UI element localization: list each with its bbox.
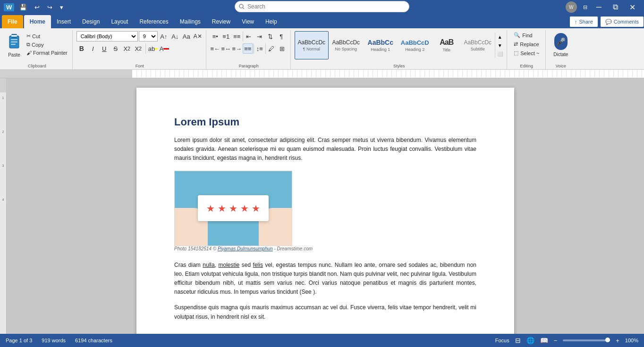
line-spacing-button[interactable]: ↕≡ — [254, 43, 265, 54]
subscript-button[interactable]: X2 — [122, 43, 132, 54]
decrease-font-button[interactable]: A↓ — [170, 31, 180, 41]
zoom-out-button[interactable]: − — [554, 337, 558, 344]
replace-button[interactable]: ⇄ Replace — [511, 40, 542, 48]
borders-button[interactable]: ⊞ — [277, 43, 288, 54]
voice-label: Voice — [547, 64, 575, 68]
paragraph-content: ≡• ≡1 ≡≡ ⇤ ⇥ ⇅ ¶ ≡← ≡↔ ≡→ ≡≡ ↕≡ 🖊 ⊞ — [210, 31, 288, 68]
save-button[interactable]: 💾 — [17, 3, 29, 12]
justify-button[interactable]: ≡≡ — [243, 43, 253, 54]
styles-expand-button[interactable]: ⬜ — [496, 50, 504, 58]
style-no-spacing[interactable]: AaBbCcDc No Spacing — [329, 31, 363, 59]
styles-group: AaBbCcDc ¶ Normal AaBbCcDc No Spacing Aa… — [292, 30, 507, 69]
web-layout-button[interactable]: 🌐 — [526, 337, 534, 344]
ribbon-display-button[interactable]: ⊟ — [581, 3, 590, 11]
profile-avatar[interactable]: W — [566, 1, 577, 13]
italic-button[interactable]: I — [88, 43, 98, 54]
underline-button[interactable]: U — [99, 43, 110, 54]
style-title-label: Title — [442, 48, 450, 52]
multilevel-list-button[interactable]: ≡≡ — [232, 31, 242, 41]
ruler-content-area — [0, 92, 6, 315]
styles-scroll-down-button[interactable]: ▼ — [496, 41, 504, 50]
ruler-mark-1: 1 — [0, 96, 6, 99]
align-left-button[interactable]: ≡← — [210, 43, 220, 54]
style-normal-preview: AaBbCcDc — [297, 39, 325, 46]
bold-button[interactable]: B — [76, 43, 87, 54]
svg-rect-5 — [11, 39, 17, 40]
tab-file[interactable]: File — [2, 15, 23, 28]
tab-home[interactable]: Home — [24, 15, 51, 28]
minimize-button[interactable]: ─ — [592, 0, 606, 14]
dictate-button[interactable]: 🎤 Dictate — [550, 31, 572, 66]
print-layout-button[interactable]: ⊟ — [515, 337, 521, 344]
decrease-indent-button[interactable]: ⇤ — [244, 31, 254, 41]
strikethrough-button[interactable]: S — [110, 43, 121, 54]
star-5: ★ — [252, 203, 260, 214]
doc-paragraph-1: Lorem ipsum dolor sit amet, consectetur … — [174, 136, 476, 163]
zoom-slider[interactable] — [563, 339, 610, 341]
replace-icon: ⇄ — [514, 41, 518, 47]
style-heading2[interactable]: AaBbCcD Heading 2 — [398, 31, 432, 59]
paste-icon — [7, 32, 22, 51]
comments-icon: 💬 — [605, 19, 612, 25]
page-info: Page 1 of 3 — [6, 338, 32, 343]
numbering-button[interactable]: ≡1 — [221, 31, 231, 41]
share-button[interactable]: ↑ Share — [569, 16, 598, 27]
status-right: Focus ⊟ 🌐 📖 − + 100% — [495, 337, 638, 344]
separator — [243, 31, 243, 41]
shading-button[interactable]: 🖊 — [266, 43, 277, 54]
cut-button[interactable]: ✂ Cut — [25, 32, 69, 40]
tab-help[interactable]: Help — [260, 15, 283, 28]
select-button[interactable]: ⬚ Select ~ — [511, 49, 542, 57]
bullets-button[interactable]: ≡• — [210, 31, 220, 41]
styles-scroll-up-button[interactable]: ▲ — [496, 33, 504, 41]
star-3: ★ — [229, 203, 237, 214]
zoom-in-button[interactable]: + — [616, 337, 619, 344]
style-subtitle[interactable]: AaBbCcDc Subtitle — [461, 31, 494, 59]
doc-image-container: ★ ★ ★ ★ ★ Photo 154182514 © Piyamas Dulm… — [174, 171, 476, 257]
style-heading1[interactable]: AaBbCc Heading 1 — [364, 31, 398, 59]
caption-link[interactable]: Piyamas Dulmunsumphun — [218, 246, 273, 251]
tab-references[interactable]: References — [134, 15, 174, 28]
paste-button[interactable]: Paste — [5, 31, 24, 58]
comments-button[interactable]: 💬 Comments — [600, 16, 644, 27]
sort-button[interactable]: ⇅ — [265, 31, 276, 41]
style-title[interactable]: AaB Title — [432, 31, 461, 59]
format-painter-button[interactable]: 🖌 Format Painter — [25, 49, 69, 57]
font-size-select[interactable]: 9 — [139, 31, 158, 41]
restore-button[interactable]: ⧉ — [608, 0, 623, 14]
tab-layout[interactable]: Layout — [105, 15, 134, 28]
font-color-button[interactable]: A — [159, 43, 169, 54]
change-case-button[interactable]: Aa — [181, 31, 192, 41]
text-highlight-button[interactable]: ab — [148, 43, 158, 54]
align-center-button[interactable]: ≡↔ — [221, 43, 231, 54]
clear-format-button[interactable]: A✕ — [193, 31, 203, 41]
increase-indent-button[interactable]: ⇥ — [254, 31, 265, 41]
style-normal[interactable]: AaBbCcDc ¶ Normal — [295, 31, 329, 59]
superscript-button[interactable]: X2 — [133, 43, 144, 54]
zoom-level: 100% — [625, 338, 638, 343]
styles-content: AaBbCcDc ¶ Normal AaBbCcDc No Spacing Aa… — [295, 31, 504, 66]
word-icon: W — [4, 3, 14, 11]
font-name-select[interactable]: Calibri (Body) — [76, 31, 138, 41]
style-heading2-preview: AaBbCcD — [401, 39, 429, 46]
undo-button[interactable]: ↩ — [32, 3, 42, 12]
redo-button[interactable]: ↪ — [45, 3, 55, 12]
tab-design[interactable]: Design — [76, 15, 105, 28]
style-no-spacing-label: No Spacing — [335, 47, 357, 51]
tab-mailings[interactable]: Mailings — [174, 15, 206, 28]
find-button[interactable]: 🔍 Find — [511, 31, 542, 39]
font-group: Calibri (Body) 9 A↑ A↓ Aa A✕ B I U S X2 … — [74, 30, 206, 69]
close-button[interactable]: ✕ — [625, 0, 640, 14]
tab-review[interactable]: Review — [206, 15, 236, 28]
align-right-button[interactable]: ≡→ — [232, 43, 242, 54]
increase-font-button[interactable]: A↑ — [159, 31, 169, 41]
read-mode-button[interactable]: 📖 — [540, 337, 548, 344]
customize-qat-button[interactable]: ▾ — [58, 3, 66, 12]
document-title: Lorem Ipsum — [174, 116, 476, 128]
tab-insert[interactable]: Insert — [51, 15, 76, 28]
show-hide-button[interactable]: ¶ — [276, 31, 287, 41]
copy-button[interactable]: ⧉ Copy — [25, 41, 69, 49]
tab-view[interactable]: View — [236, 15, 260, 28]
ribbon-actions: ↑ Share 💬 Comments — [569, 16, 644, 28]
ruler-mark-4: 4 — [0, 198, 6, 201]
